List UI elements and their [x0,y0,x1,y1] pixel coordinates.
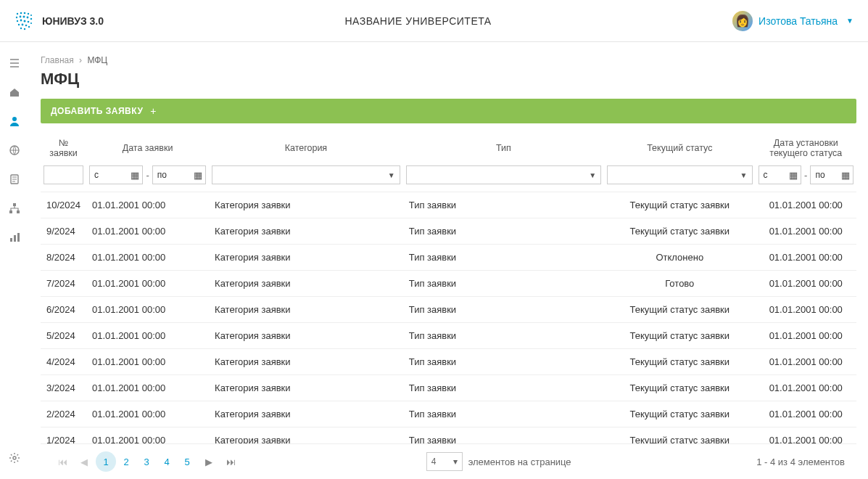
breadcrumb: Главная › МФЦ [41,55,856,65]
calendar-icon: ▦ [131,170,139,181]
filter-cat-dropdown[interactable]: ▼ [212,165,400,184]
table-row[interactable]: 2/202401.01.2001 00:00Категория заявкиТи… [41,401,856,427]
cell-status-date: 01.01.2001 00:00 [756,375,856,401]
filter-date-to[interactable]: по▦ [152,165,206,184]
username: Изотова Татьяна [759,15,838,27]
cell-date: 01.01.2001 00:00 [86,375,209,401]
col-status[interactable]: Текущий статус [604,134,755,163]
table-row[interactable]: 8/202401.01.2001 00:00Категория заявкиТи… [41,245,856,271]
home-icon[interactable] [8,86,21,99]
col-num[interactable]: № заявки [41,134,86,163]
cell-status-date: 01.01.2001 00:00 [756,297,856,323]
cell-type: Тип заявки [403,297,604,323]
cell-status: Текущий статус заявки [604,192,755,218]
svg-point-7 [23,15,25,17]
filter-date-from[interactable]: с▦ [89,165,143,184]
svg-point-6 [20,15,22,17]
svg-point-8 [27,16,29,18]
cell-status: Текущий статус заявки [604,218,755,245]
col-type[interactable]: Тип [403,134,604,163]
filter-type-dropdown[interactable]: ▼ [406,165,601,184]
filter-statusdate-from[interactable]: с▦ [759,165,802,184]
app-header: ЮНИВУЗ 3.0 НАЗВАНИЕ УНИВЕРСИТЕТА 👩 Изото… [0,0,868,42]
pager-page[interactable]: 3 [136,451,157,472]
cell-cat: Категория заявки [209,427,403,444]
cell-status: Текущий статус заявки [604,401,755,427]
col-cat[interactable]: Категория [209,134,403,163]
cell-status-date: 01.01.2001 00:00 [756,349,856,375]
cell-type: Тип заявки [403,192,604,218]
pager-buttons: ⏮ ◀ 12345 ▶ ⏭ [52,451,241,472]
svg-point-30 [13,457,16,459]
globe-icon[interactable] [8,144,21,157]
add-request-button[interactable]: ДОБАВИТЬ ЗАЯВКУ + [41,99,856,123]
cell-type: Тип заявки [403,375,604,401]
cell-type: Тип заявки [403,218,604,245]
cell-num: 1/2024 [41,427,86,444]
filter-num-input[interactable] [44,165,83,184]
user-menu[interactable]: 👩 Изотова Татьяна ▼ [732,11,853,31]
table-row[interactable]: 7/202401.01.2001 00:00Категория заявкиТи… [41,271,856,297]
cell-status-date: 01.01.2001 00:00 [756,271,856,297]
cell-status: Текущий статус заявки [604,427,755,444]
breadcrumb-root[interactable]: Главная [41,55,74,65]
svg-point-10 [17,20,18,21]
table-row[interactable]: 3/202401.01.2001 00:00Категория заявкиТи… [41,375,856,401]
filter-status-dropdown[interactable]: ▼ [607,165,752,184]
chevron-down-icon: ▼ [589,171,596,179]
svg-rect-24 [13,203,16,206]
person-icon[interactable] [8,115,21,128]
pager-page[interactable]: 2 [116,451,136,472]
pager-info: 1 - 4 из 4 элементов [756,457,845,467]
hierarchy-icon[interactable] [8,202,21,215]
chevron-down-icon: ▼ [388,171,395,179]
page-size-dropdown[interactable]: 4▾ [426,452,463,471]
cell-status: Отклонено [604,245,755,271]
cell-date: 01.01.2001 00:00 [86,218,209,245]
menu-icon[interactable] [8,57,21,70]
chart-icon[interactable] [8,231,21,244]
cell-type: Тип заявки [403,427,604,444]
col-date[interactable]: Дата заявки [86,134,209,163]
page-title: МФЦ [41,70,856,89]
pager-page[interactable]: 1 [96,451,116,472]
table-row[interactable]: 4/202401.01.2001 00:00Категория заявкиТи… [41,349,856,375]
calendar-icon: ▦ [841,170,850,181]
svg-rect-29 [17,233,20,242]
table-row[interactable]: 9/202401.01.2001 00:00Категория заявкиТи… [41,218,856,245]
col-status-date[interactable]: Дата установки текущего статуса [756,134,856,163]
cell-cat: Категория заявки [209,192,403,218]
requests-table: № заявки Дата заявки Категория Тип Текущ… [41,134,856,443]
pager-next[interactable]: ▶ [199,451,219,472]
pager-page[interactable]: 4 [157,451,177,472]
cell-date: 01.01.2001 00:00 [86,192,209,218]
cell-status-date: 01.01.2001 00:00 [756,323,856,349]
cell-cat: Категория заявки [209,218,403,245]
table-row[interactable]: 6/202401.01.2001 00:00Категория заявкиТи… [41,297,856,323]
cell-num: 7/2024 [41,271,86,297]
pager-prev[interactable]: ◀ [74,451,94,472]
svg-point-1 [20,12,22,14]
cell-num: 6/2024 [41,297,86,323]
avatar: 👩 [732,11,753,31]
add-button-label: ДОБАВИТЬ ЗАЯВКУ [51,106,143,116]
cell-num: 5/2024 [41,323,86,349]
filter-statusdate-to[interactable]: по▦ [810,165,853,184]
pager-first[interactable]: ⏮ [52,451,73,472]
table-row[interactable]: 10/202401.01.2001 00:00Категория заявкиТ… [41,192,856,218]
pager-last[interactable]: ⏭ [220,451,241,472]
settings-icon[interactable] [8,451,21,464]
cell-date: 01.01.2001 00:00 [86,323,209,349]
cell-cat: Категория заявки [209,349,403,375]
svg-rect-28 [14,235,16,242]
cell-cat: Категория заявки [209,271,403,297]
cell-date: 01.01.2001 00:00 [86,245,209,271]
cell-cat: Категория заявки [209,401,403,427]
table-row[interactable]: 1/202401.01.2001 00:00Категория заявкиТи… [41,427,856,444]
pager-page[interactable]: 5 [177,451,197,472]
svg-point-15 [18,23,20,25]
table-row[interactable]: 5/202401.01.2001 00:00Категория заявкиТи… [41,323,856,349]
document-icon[interactable] [8,173,21,186]
pager: ⏮ ◀ 12345 ▶ ⏭ 4▾ элементов на странице 1… [41,443,856,479]
cell-num: 3/2024 [41,375,86,401]
